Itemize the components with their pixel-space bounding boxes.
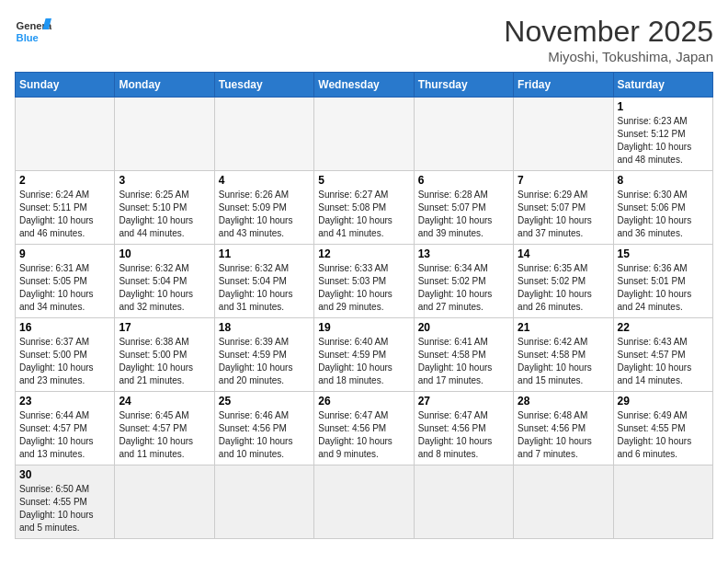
day-number: 13 (418, 247, 509, 260)
day-info: Sunrise: 6:41 AM Sunset: 4:58 PM Dayligh… (418, 336, 509, 387)
calendar-cell (514, 98, 613, 171)
day-info: Sunrise: 6:31 AM Sunset: 5:05 PM Dayligh… (19, 262, 110, 314)
weekday-friday: Friday (514, 73, 613, 98)
calendar-cell: 23Sunrise: 6:44 AM Sunset: 4:57 PM Dayli… (16, 392, 115, 465)
logo-icon: General Blue (15, 15, 51, 48)
weekday-monday: Monday (115, 73, 214, 98)
calendar-cell: 3Sunrise: 6:25 AM Sunset: 5:10 PM Daylig… (115, 171, 214, 245)
svg-text:Blue: Blue (17, 32, 39, 43)
calendar-cell: 1Sunrise: 6:23 AM Sunset: 5:12 PM Daylig… (613, 98, 712, 171)
weekday-thursday: Thursday (414, 73, 513, 98)
calendar-cell: 22Sunrise: 6:43 AM Sunset: 4:57 PM Dayli… (613, 318, 712, 392)
weekday-header-row: SundayMondayTuesdayWednesdayThursdayFrid… (16, 73, 713, 98)
header: General Blue November 2025 Miyoshi, Toku… (15, 15, 713, 64)
calendar-cell (115, 98, 214, 171)
calendar-cell: 24Sunrise: 6:45 AM Sunset: 4:57 PM Dayli… (115, 392, 214, 465)
calendar-cell (16, 98, 115, 171)
day-number: 28 (518, 395, 609, 408)
month-title: November 2025 (504, 15, 713, 49)
calendar-cell: 28Sunrise: 6:48 AM Sunset: 4:56 PM Dayli… (514, 392, 613, 465)
day-info: Sunrise: 6:34 AM Sunset: 5:02 PM Dayligh… (418, 262, 509, 314)
calendar-cell: 4Sunrise: 6:26 AM Sunset: 5:09 PM Daylig… (214, 171, 313, 245)
calendar-cell: 21Sunrise: 6:42 AM Sunset: 4:58 PM Dayli… (514, 318, 613, 392)
day-info: Sunrise: 6:43 AM Sunset: 4:57 PM Dayligh… (618, 336, 709, 387)
day-number: 21 (518, 321, 609, 334)
calendar-cell: 27Sunrise: 6:47 AM Sunset: 4:56 PM Dayli… (414, 392, 513, 465)
day-number: 23 (19, 395, 110, 408)
day-number: 10 (119, 247, 210, 260)
calendar-cell: 30Sunrise: 6:50 AM Sunset: 4:55 PM Dayli… (16, 465, 115, 539)
weekday-wednesday: Wednesday (314, 73, 414, 98)
calendar-cell: 6Sunrise: 6:28 AM Sunset: 5:07 PM Daylig… (414, 171, 513, 245)
day-info: Sunrise: 6:48 AM Sunset: 4:56 PM Dayligh… (518, 409, 609, 461)
day-number: 14 (518, 247, 609, 260)
calendar-cell: 26Sunrise: 6:47 AM Sunset: 4:56 PM Dayli… (314, 392, 414, 465)
weekday-tuesday: Tuesday (214, 73, 313, 98)
calendar-cell (414, 98, 513, 171)
calendar-cell (314, 465, 414, 539)
day-number: 19 (318, 321, 409, 334)
day-number: 25 (219, 395, 310, 408)
calendar-cell (514, 465, 613, 539)
day-info: Sunrise: 6:47 AM Sunset: 4:56 PM Dayligh… (418, 409, 509, 461)
day-number: 3 (119, 174, 210, 187)
calendar-cell: 10Sunrise: 6:32 AM Sunset: 5:04 PM Dayli… (115, 245, 214, 318)
day-info: Sunrise: 6:23 AM Sunset: 5:12 PM Dayligh… (618, 115, 709, 167)
day-info: Sunrise: 6:30 AM Sunset: 5:06 PM Dayligh… (618, 189, 709, 240)
calendar-row-5: 30Sunrise: 6:50 AM Sunset: 4:55 PM Dayli… (16, 465, 713, 539)
day-number: 26 (318, 395, 409, 408)
calendar-cell (414, 465, 513, 539)
calendar-cell (314, 98, 414, 171)
calendar-cell: 18Sunrise: 6:39 AM Sunset: 4:59 PM Dayli… (214, 318, 313, 392)
day-info: Sunrise: 6:44 AM Sunset: 4:57 PM Dayligh… (19, 409, 110, 461)
day-info: Sunrise: 6:39 AM Sunset: 4:59 PM Dayligh… (219, 336, 310, 387)
calendar-cell: 11Sunrise: 6:32 AM Sunset: 5:04 PM Dayli… (214, 245, 313, 318)
calendar-cell: 5Sunrise: 6:27 AM Sunset: 5:08 PM Daylig… (314, 171, 414, 245)
day-info: Sunrise: 6:37 AM Sunset: 5:00 PM Dayligh… (19, 336, 110, 387)
day-info: Sunrise: 6:35 AM Sunset: 5:02 PM Dayligh… (518, 262, 609, 314)
calendar-row-0: 1Sunrise: 6:23 AM Sunset: 5:12 PM Daylig… (16, 98, 713, 171)
calendar-row-3: 16Sunrise: 6:37 AM Sunset: 5:00 PM Dayli… (16, 318, 713, 392)
day-number: 22 (618, 321, 709, 334)
day-number: 12 (318, 247, 409, 260)
calendar: SundayMondayTuesdayWednesdayThursdayFrid… (15, 72, 713, 539)
day-number: 18 (219, 321, 310, 334)
day-number: 24 (119, 395, 210, 408)
calendar-cell: 16Sunrise: 6:37 AM Sunset: 5:00 PM Dayli… (16, 318, 115, 392)
day-info: Sunrise: 6:28 AM Sunset: 5:07 PM Dayligh… (418, 189, 509, 240)
calendar-cell: 7Sunrise: 6:29 AM Sunset: 5:07 PM Daylig… (514, 171, 613, 245)
calendar-row-2: 9Sunrise: 6:31 AM Sunset: 5:05 PM Daylig… (16, 245, 713, 318)
title-block: November 2025 Miyoshi, Tokushima, Japan (504, 15, 713, 64)
weekday-saturday: Saturday (613, 73, 712, 98)
day-number: 15 (618, 247, 709, 260)
calendar-cell: 20Sunrise: 6:41 AM Sunset: 4:58 PM Dayli… (414, 318, 513, 392)
calendar-cell: 14Sunrise: 6:35 AM Sunset: 5:02 PM Dayli… (514, 245, 613, 318)
calendar-cell: 19Sunrise: 6:40 AM Sunset: 4:59 PM Dayli… (314, 318, 414, 392)
day-info: Sunrise: 6:47 AM Sunset: 4:56 PM Dayligh… (318, 409, 409, 461)
day-number: 16 (19, 321, 110, 334)
day-number: 1 (618, 100, 709, 113)
day-number: 2 (19, 174, 110, 187)
logo: General Blue (15, 15, 51, 48)
day-info: Sunrise: 6:36 AM Sunset: 5:01 PM Dayligh… (618, 262, 709, 314)
calendar-row-4: 23Sunrise: 6:44 AM Sunset: 4:57 PM Dayli… (16, 392, 713, 465)
day-number: 20 (418, 321, 509, 334)
day-number: 29 (618, 395, 709, 408)
day-info: Sunrise: 6:40 AM Sunset: 4:59 PM Dayligh… (318, 336, 409, 387)
day-info: Sunrise: 6:24 AM Sunset: 5:11 PM Dayligh… (19, 189, 110, 240)
calendar-cell (115, 465, 214, 539)
day-info: Sunrise: 6:45 AM Sunset: 4:57 PM Dayligh… (119, 409, 210, 461)
calendar-cell: 12Sunrise: 6:33 AM Sunset: 5:03 PM Dayli… (314, 245, 414, 318)
day-info: Sunrise: 6:27 AM Sunset: 5:08 PM Dayligh… (318, 189, 409, 240)
day-number: 6 (418, 174, 509, 187)
calendar-cell (613, 465, 712, 539)
calendar-cell: 9Sunrise: 6:31 AM Sunset: 5:05 PM Daylig… (16, 245, 115, 318)
day-info: Sunrise: 6:38 AM Sunset: 5:00 PM Dayligh… (119, 336, 210, 387)
calendar-cell (214, 98, 313, 171)
day-number: 30 (19, 468, 110, 481)
day-number: 9 (19, 247, 110, 260)
calendar-row-1: 2Sunrise: 6:24 AM Sunset: 5:11 PM Daylig… (16, 171, 713, 245)
day-info: Sunrise: 6:29 AM Sunset: 5:07 PM Dayligh… (518, 189, 609, 240)
day-number: 7 (518, 174, 609, 187)
day-info: Sunrise: 6:50 AM Sunset: 4:55 PM Dayligh… (19, 483, 110, 534)
